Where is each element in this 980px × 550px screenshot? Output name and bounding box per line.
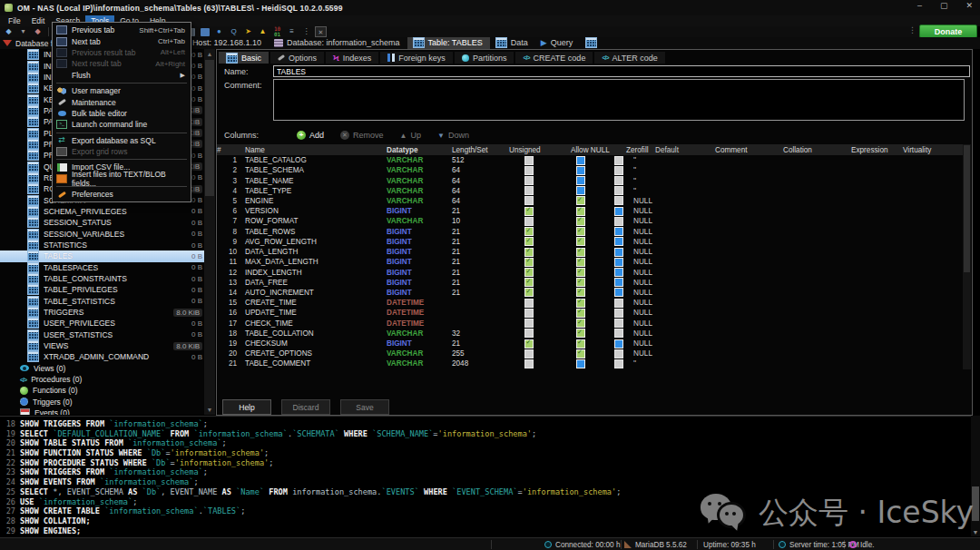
tree-item-tables[interactable]: TABLES0 B xyxy=(0,250,215,261)
allow-null-checkbox[interactable] xyxy=(576,349,585,358)
table-row[interactable]: 16UPDATE_TIMEDATETIMENULL xyxy=(217,308,963,318)
tree-item-views[interactable]: VIEWS8.0 KiB xyxy=(0,340,215,351)
unsigned-checkbox[interactable] xyxy=(524,299,534,308)
column-header-virtuality[interactable]: Virtuality xyxy=(903,146,951,154)
menu-item-flush[interactable]: Flush▶ xyxy=(53,70,191,81)
unsigned-checkbox[interactable] xyxy=(524,349,534,358)
allow-null-checkbox[interactable] xyxy=(576,268,585,277)
zerofill-checkbox[interactable] xyxy=(614,237,623,246)
tree-item-schema_privileges[interactable]: SCHEMA_PRIVILEGES0 B xyxy=(0,206,215,217)
zerofill-checkbox[interactable] xyxy=(614,319,623,328)
table-row[interactable]: 19CHECKSUMBIGINT21NULL xyxy=(217,339,963,349)
minimize-button[interactable]: – xyxy=(917,1,922,10)
move-up-button[interactable]: ▲ Up xyxy=(400,131,421,140)
table-row[interactable]: 17CHECK_TIMEDATETIMENULL xyxy=(217,319,963,329)
zerofill-checkbox[interactable] xyxy=(614,329,623,338)
tab-database[interactable]: Database: information_schema xyxy=(269,37,407,50)
unsigned-checkbox[interactable] xyxy=(524,339,534,349)
table-row[interactable]: 7ROW_FORMATVARCHAR10NULL xyxy=(217,216,963,226)
subtab-alter-code[interactable]: </>ALTER code xyxy=(594,52,664,64)
column-header-allow-null[interactable]: Allow NULL xyxy=(564,146,619,154)
tree-item-triggers[interactable]: TRIGGERS8.0 KiB xyxy=(0,307,215,318)
warning-icon[interactable]: ▲ xyxy=(257,27,269,37)
allow-null-checkbox[interactable] xyxy=(576,176,585,185)
add-column-button[interactable]: + Add xyxy=(297,131,324,140)
zerofill-checkbox[interactable] xyxy=(614,258,623,267)
menu-item-maintenance[interactable]: Maintenance xyxy=(53,96,191,107)
zerofill-checkbox[interactable] xyxy=(614,248,623,257)
menu-item-user-manager[interactable]: User manager xyxy=(53,85,191,96)
move-down-button[interactable]: ▼ Down xyxy=(437,131,469,140)
allow-null-checkbox[interactable] xyxy=(576,217,585,226)
unsigned-checkbox[interactable] xyxy=(524,196,534,205)
unsigned-checkbox[interactable] xyxy=(524,319,534,328)
close-button[interactable]: ✕ xyxy=(965,1,973,10)
tree-item-tablespaces[interactable]: TABLESPACES0 B xyxy=(0,262,215,273)
subtab-partitions[interactable]: Partitions xyxy=(455,52,514,64)
menu-item-launch-command-line[interactable]: >_Launch command line xyxy=(53,119,191,130)
text-wrap-icon[interactable]: ≡ xyxy=(286,27,298,37)
zerofill-checkbox[interactable] xyxy=(614,278,623,287)
unsigned-checkbox[interactable] xyxy=(524,176,534,185)
sidebar-scrollbar[interactable]: ▲ ▼ xyxy=(204,49,215,415)
tree-category-procedures[interactable]: </>Procedures (0) xyxy=(0,374,215,385)
unsigned-checkbox[interactable] xyxy=(524,329,534,338)
binary-icon[interactable]: 1001 xyxy=(271,27,283,37)
allow-null-checkbox[interactable] xyxy=(576,309,585,318)
zerofill-checkbox[interactable] xyxy=(614,359,623,368)
unsigned-checkbox[interactable] xyxy=(524,156,534,165)
table-row[interactable]: 2TABLE_SCHEMAVARCHAR64'' xyxy=(217,165,963,175)
tree-item-table_constraints[interactable]: TABLE_CONSTRAINTS0 B xyxy=(0,273,215,284)
unsigned-checkbox[interactable] xyxy=(524,227,534,236)
menu-item-export-database-as-sql[interactable]: ⇄Export database as SQL xyxy=(53,135,191,146)
unsigned-checkbox[interactable] xyxy=(524,288,534,297)
subtab-foreign-keys[interactable]: Foreign keys xyxy=(380,52,453,64)
save-snippet-icon[interactable] xyxy=(199,27,211,37)
close-tab-icon[interactable]: ✕ xyxy=(315,27,327,37)
zerofill-checkbox[interactable] xyxy=(614,299,623,308)
help-button[interactable]: Help xyxy=(222,399,271,415)
remove-column-button[interactable]: ✕ Remove xyxy=(340,131,384,140)
tree-item-table_statistics[interactable]: TABLE_STATISTICS0 B xyxy=(0,296,215,307)
allow-null-checkbox[interactable] xyxy=(576,186,585,195)
unsigned-checkbox[interactable] xyxy=(524,217,534,226)
save-button[interactable]: Save xyxy=(340,399,389,415)
column-header-zerofill[interactable]: Zerofill xyxy=(619,146,655,154)
table-row[interactable]: 3TABLE_NAMEVARCHAR64'' xyxy=(217,175,963,185)
table-row[interactable]: 21TABLE_COMMENTVARCHAR2048'' xyxy=(217,358,963,368)
unsigned-checkbox[interactable] xyxy=(524,359,534,368)
disconnect-icon[interactable]: ◆ xyxy=(32,27,44,37)
scroll-up-icon[interactable]: ▲ xyxy=(204,49,215,59)
zerofill-checkbox[interactable] xyxy=(614,227,623,236)
menu-item-next-result-tab[interactable]: Next result tabAlt+Right xyxy=(53,58,191,69)
pointer-icon[interactable]: ➤ xyxy=(242,27,254,37)
unsigned-checkbox[interactable] xyxy=(524,186,534,195)
unsigned-checkbox[interactable] xyxy=(524,268,534,277)
allow-null-checkbox[interactable] xyxy=(576,196,585,205)
tab-new-query[interactable] xyxy=(580,37,604,50)
column-header-unsigned[interactable]: Unsigned xyxy=(502,146,564,154)
tab-table[interactable]: Table: TABLES xyxy=(407,37,490,50)
tree-item-user_statistics[interactable]: USER_STATISTICS0 B xyxy=(0,329,215,340)
table-row[interactable]: 18TABLE_COLLATIONVARCHAR32NULL xyxy=(217,329,963,339)
column-header-collation[interactable]: Collation xyxy=(783,146,851,154)
zerofill-checkbox[interactable] xyxy=(614,166,623,175)
tab-data[interactable]: Data xyxy=(490,37,535,50)
tree-category-events[interactable]: Events (0) xyxy=(0,408,215,415)
more-icon[interactable]: ⋮ xyxy=(300,27,312,37)
dropdown-icon[interactable]: ▾ xyxy=(17,27,29,37)
allow-null-checkbox[interactable] xyxy=(576,359,585,368)
table-row[interactable]: 15CREATE_TIMEDATETIMENULL xyxy=(217,298,963,308)
discard-button[interactable]: Discard xyxy=(281,399,330,415)
grid-scrollbar[interactable] xyxy=(963,144,971,369)
allow-null-checkbox[interactable] xyxy=(576,166,585,175)
menu-item-previous-tab[interactable]: Previous tabShift+Ctrl+Tab xyxy=(53,25,191,35)
table-row[interactable]: 8TABLE_ROWSBIGINT21NULL xyxy=(217,227,963,237)
subtab-options[interactable]: Options xyxy=(270,52,324,64)
unsigned-checkbox[interactable] xyxy=(524,309,534,318)
table-row[interactable]: 14AUTO_INCREMENTBIGINT21NULL xyxy=(217,288,963,298)
table-row[interactable]: 10DATA_LENGTHBIGINT21NULL xyxy=(217,247,963,257)
allow-null-checkbox[interactable] xyxy=(576,248,585,257)
unsigned-checkbox[interactable] xyxy=(524,278,534,287)
zerofill-checkbox[interactable] xyxy=(614,196,623,205)
